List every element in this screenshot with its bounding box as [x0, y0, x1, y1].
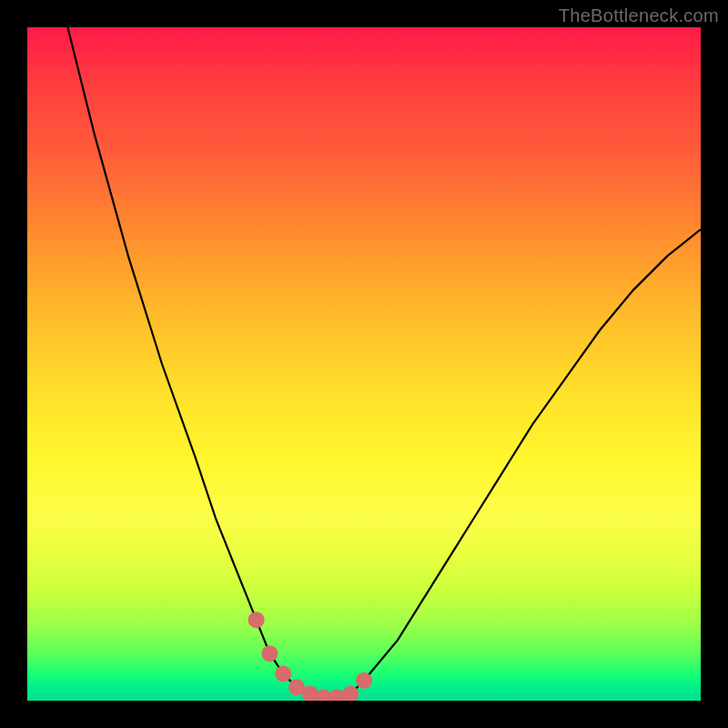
- bottleneck-curve: [67, 27, 701, 697]
- bottleneck-curve-svg: [27, 27, 701, 701]
- valley-markers: [248, 612, 372, 701]
- chart-frame: TheBottleneck.com: [0, 0, 728, 728]
- plot-area: [27, 27, 701, 701]
- watermark-text: TheBottleneck.com: [559, 5, 719, 26]
- valley-marker: [356, 672, 372, 689]
- valley-marker: [261, 645, 278, 662]
- valley-marker: [275, 665, 291, 682]
- valley-marker: [248, 612, 265, 628]
